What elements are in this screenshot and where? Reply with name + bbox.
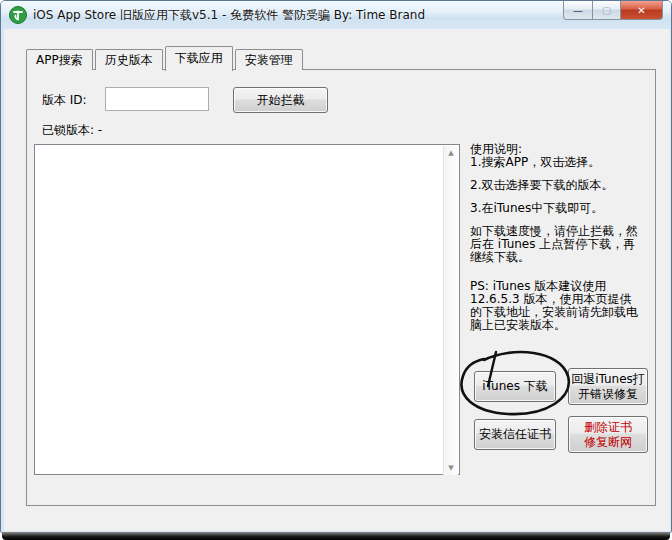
instruction-line: 3.在iTunes中下载即可。 [470,202,654,215]
screen: iOS App Store 旧版应用下载v5.1 - 免费软件 警防受骗 By:… [0,0,672,540]
window-title: iOS App Store 旧版应用下载v5.1 - 免费软件 警防受骗 By:… [33,7,425,24]
locked-version-label: 已锁版本: - [42,122,102,139]
instruction-line [470,264,654,280]
tab-app-search[interactable]: APP搜索 [26,49,93,70]
version-id-input[interactable] [105,87,209,111]
instruction-line: 1.搜索APP，双击选择。 [470,156,654,169]
instruction-line: 脑上已安装版本。 [470,319,654,332]
maximize-button[interactable]: ▢ [593,1,621,20]
close-button[interactable]: ✕ [621,1,663,20]
scroll-up-icon[interactable]: ▲ [448,146,453,160]
scroll-down-icon[interactable]: ▼ [448,461,453,475]
instruction-line: 继续下载。 [470,251,654,264]
listbox-scrollbar[interactable]: ▲ ▼ [443,146,458,475]
version-id-label: 版本 ID: [42,92,87,109]
tab-install-manage[interactable]: 安装管理 [235,49,303,70]
minimize-button[interactable]: — [563,1,593,20]
start-intercept-button[interactable]: 开始拦截 [233,87,328,113]
delete-cert-fix-network-button[interactable]: 删除证书 修复断网 [568,416,648,453]
tab-strip: APP搜索 历史版本 下载应用 安装管理 [26,48,305,70]
tab-history-version[interactable]: 历史版本 [95,49,163,70]
tab-page-download: 版本 ID: 开始拦截 已锁版本: - ▲ ▼ 使用说明: 1.搜索APP，双击… [26,69,656,506]
app-window: iOS App Store 旧版应用下载v5.1 - 免费软件 警防受骗 By:… [0,0,672,533]
window-drop-shadow [2,532,670,540]
install-trust-cert-button[interactable]: 安装信任证书 [474,419,556,450]
rollback-itunes-fix-button[interactable]: 回退iTunes打 开错误修复 [568,368,648,405]
window-controls: — ▢ ✕ [563,1,663,20]
tab-download-app[interactable]: 下载应用 [165,46,233,71]
title-bar[interactable]: iOS App Store 旧版应用下载v5.1 - 免费软件 警防受骗 By:… [1,1,671,29]
results-listbox[interactable]: ▲ ▼ [34,144,460,475]
usage-instructions: 使用说明: 1.搜索APP，双击选择。 2.双击选择要下载的版本。 3.在iTu… [470,143,654,332]
instruction-line: 2.双击选择要下载的版本。 [470,179,654,192]
app-icon [9,6,27,24]
itunes-download-button[interactable]: iTunes 下载 [474,371,556,402]
